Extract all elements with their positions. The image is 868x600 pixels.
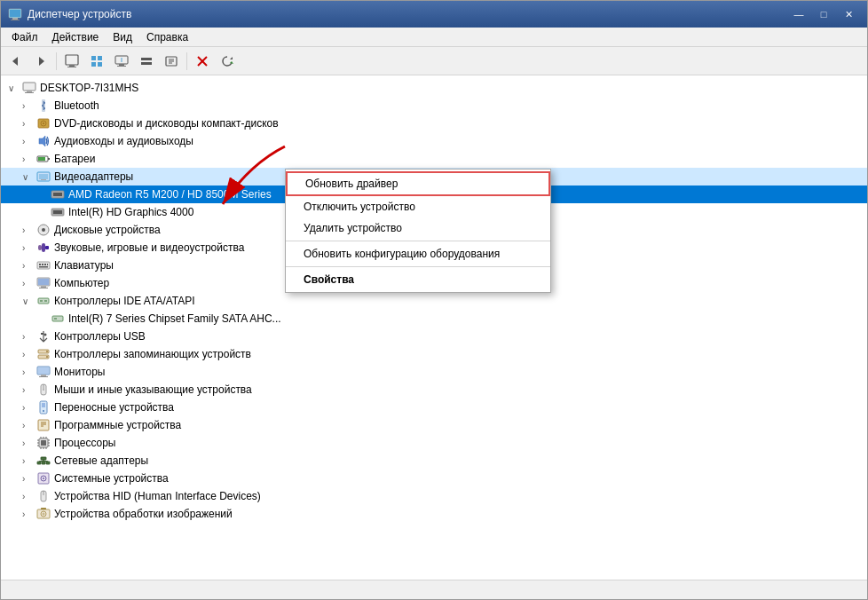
tree-item-hid[interactable]: › Устройства HID (Human Interface Device… (1, 487, 867, 505)
tree-cpu-expand[interactable]: › (22, 438, 36, 448)
tree-item-dvd[interactable]: › DVD-дисководы и дисководы компакт-диск… (1, 114, 867, 132)
tree-item-system[interactable]: › Системные устройства (1, 470, 867, 487)
tree-root-expand[interactable]: ∨ (8, 83, 22, 93)
ctx-properties[interactable]: Свойства (286, 269, 550, 290)
tree-item-network[interactable]: › Сетевые адаптеры (1, 452, 867, 470)
tree-item-monitors[interactable]: › Мониторы (1, 363, 867, 381)
tree-video-expand[interactable]: ∨ (22, 172, 36, 182)
ctx-sep-2 (286, 266, 550, 267)
svg-rect-15 (117, 66, 126, 67)
tree-item-bluetooth[interactable]: › Bluetooth (1, 97, 867, 114)
tree-battery-expand[interactable]: › (22, 154, 36, 164)
close-button[interactable]: ✕ (837, 5, 860, 23)
ctx-uninstall-device[interactable]: Удалить устройство (286, 217, 550, 239)
tree-intel-ide-label: Intel(R) 7 Series Chipset Family SATA AH… (68, 312, 281, 325)
toolbar-btn-4[interactable] (160, 51, 183, 72)
svg-rect-29 (25, 92, 34, 93)
title-bar-controls: — □ ✕ (787, 5, 860, 23)
tree-item-cpu[interactable]: › (1, 434, 867, 452)
toolbar-btn-monitor[interactable] (110, 51, 133, 72)
tree-keyboard-label: Клавиатуры (54, 259, 114, 272)
tree-system-expand[interactable]: › (22, 474, 36, 484)
tree-dvd-label: DVD-дисководы и дисководы компакт-дисков (54, 117, 279, 130)
device-manager-window: Диспетчер устройств — □ ✕ Файл Действие … (0, 0, 868, 600)
tree-root-label: DESKTOP-7I31MHS (40, 82, 138, 94)
toolbar-btn-2[interactable] (85, 51, 108, 72)
svg-rect-7 (69, 65, 75, 67)
window-title: Диспетчер устройств (28, 8, 131, 20)
forward-button[interactable] (29, 51, 52, 72)
tree-bluetooth-expand[interactable]: › (22, 101, 36, 111)
menu-help[interactable]: Справка (139, 29, 195, 45)
menu-action[interactable]: Действие (45, 29, 107, 45)
svg-point-66 (44, 334, 47, 336)
tree-cpu-label: Процессоры (54, 437, 116, 449)
tree-item-portable[interactable]: › Переносные устройства (1, 399, 867, 416)
device-tree[interactable]: ∨ DESKTOP-7I31MHS › (1, 75, 867, 580)
tree-sound-expand[interactable]: › (22, 243, 36, 253)
ctx-disable-device[interactable]: Отключить устройство (286, 196, 550, 217)
svg-rect-8 (67, 67, 76, 67)
tree-imaging-expand[interactable]: › (22, 509, 36, 519)
tree-root[interactable]: ∨ DESKTOP-7I31MHS (1, 79, 867, 97)
tree-bluetooth-label: Bluetooth (54, 99, 99, 112)
tree-usb-expand[interactable]: › (22, 332, 36, 342)
menu-view[interactable]: Вид (106, 29, 139, 45)
svg-rect-100 (46, 462, 50, 464)
tree-computer-expand[interactable]: › (22, 279, 36, 288)
tree-item-imaging[interactable]: › Устройства обработки изображений (1, 505, 867, 523)
tree-battery-icon (36, 152, 51, 166)
toolbar-delete-button[interactable] (191, 51, 214, 72)
tree-amd-icon (51, 187, 65, 201)
svg-rect-18 (141, 62, 152, 65)
menu-file[interactable]: Файл (4, 29, 45, 45)
tree-mice-expand[interactable]: › (22, 385, 36, 395)
tree-item-mice[interactable]: › Мыши и иные указывающие устройства (1, 381, 867, 399)
tree-item-audio[interactable]: › Аудиовходы и аудиовыходы (1, 132, 867, 150)
tree-keyboard-expand[interactable]: › (22, 261, 36, 271)
tree-dvd-expand[interactable]: › (22, 119, 36, 129)
tree-ide-expand[interactable]: ∨ (22, 296, 36, 306)
svg-rect-65 (41, 333, 43, 335)
tree-item-intel-ide[interactable]: Intel(R) 7 Series Chipset Family SATA AH… (1, 310, 867, 328)
tree-item-storage[interactable]: › Контроллеры запоминающих устройств (1, 345, 867, 363)
tree-item-battery[interactable]: › Батареи (1, 150, 867, 168)
svg-rect-42 (53, 193, 62, 196)
tree-audio-expand[interactable]: › (22, 137, 36, 146)
svg-rect-101 (41, 457, 46, 460)
svg-rect-14 (119, 64, 124, 66)
svg-marker-4 (12, 57, 18, 66)
context-menu[interactable]: Обновить драйвер Отключить устройство Уд… (285, 169, 551, 293)
maximize-button[interactable]: □ (812, 5, 835, 23)
tree-intel-hd-label: Intel(R) HD Graphics 4000 (68, 206, 193, 218)
menu-bar: Файл Действие Вид Справка (1, 28, 867, 47)
tree-storage-expand[interactable]: › (22, 350, 36, 359)
toolbar-btn-3[interactable] (135, 51, 158, 72)
minimize-button[interactable]: — (787, 5, 810, 23)
toolbar-refresh-button[interactable] (216, 51, 239, 72)
window-icon (8, 7, 22, 21)
tree-computer-label: Компьютер (54, 277, 109, 289)
tree-disks-expand[interactable]: › (22, 225, 36, 235)
tree-storage-label: Контроллеры запоминающих устройств (54, 348, 251, 360)
tree-network-expand[interactable]: › (22, 456, 36, 466)
tree-audio-icon (36, 134, 51, 148)
tree-item-usb[interactable]: › Контроллеры USB (1, 328, 867, 345)
svg-point-111 (43, 513, 45, 516)
svg-marker-25 (230, 57, 233, 59)
tree-portable-expand[interactable]: › (22, 403, 36, 413)
svg-point-70 (46, 356, 48, 358)
toolbar-sep-1 (56, 52, 57, 70)
back-button[interactable] (4, 51, 28, 72)
tree-portable-label: Переносные устройства (54, 401, 174, 414)
tree-software-expand[interactable]: › (22, 421, 36, 430)
tree-item-software[interactable]: › Программные устройства (1, 416, 867, 434)
ctx-update-config[interactable]: Обновить конфигурацию оборудования (286, 243, 550, 264)
tree-item-ide[interactable]: ∨ Контроллеры IDE ATA/ATAPI (1, 292, 867, 310)
tree-mice-icon (36, 383, 51, 397)
tree-hid-expand[interactable]: › (22, 492, 36, 501)
tree-monitors-expand[interactable]: › (22, 367, 36, 377)
toolbar-btn-1[interactable] (60, 51, 83, 72)
svg-rect-47 (38, 245, 42, 250)
ctx-update-driver[interactable]: Обновить драйвер (286, 171, 550, 196)
